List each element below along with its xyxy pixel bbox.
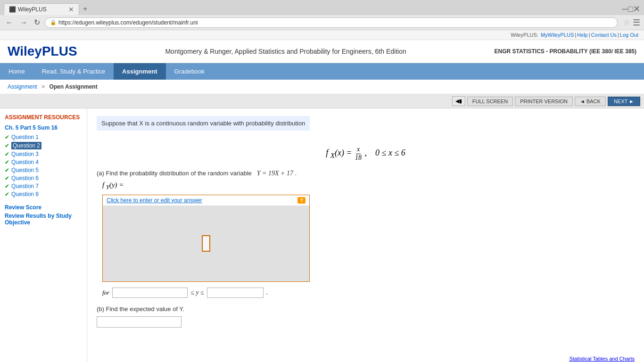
new-tab-button[interactable]: +: [79, 3, 91, 15]
breadcrumb-separator: >: [41, 83, 45, 90]
question-2-link[interactable]: Question 2: [11, 142, 41, 149]
tab-bar: ⬛ WileyPLUS ✕ + ─ □ ✕: [0, 0, 644, 15]
for-label: for: [102, 289, 109, 296]
separator3: |: [618, 32, 619, 38]
full-screen-button[interactable]: FULL SCREEN: [467, 97, 513, 106]
sidebar-links: Review Score Review Results by Study Obj…: [5, 204, 82, 226]
answer-box-header: Click here to enter or edit your answer …: [103, 195, 309, 206]
upper-bound-input[interactable]: [207, 288, 264, 298]
question-1-link[interactable]: Question 1: [11, 134, 39, 140]
forward-button[interactable]: →: [18, 17, 29, 28]
bounds-row: for ≤ y ≤ .: [102, 288, 635, 298]
check-icon-5: ✔: [5, 167, 9, 173]
separator1: |: [575, 32, 576, 38]
denominator: 18: [354, 154, 363, 162]
minimize-button[interactable]: ─: [622, 4, 628, 14]
distribution-text: f X(x) = x 18 , 0 ≤ x ≤ 6: [326, 148, 405, 157]
sidebar-question-4: ✔ Question 4: [5, 159, 82, 165]
help-icon[interactable]: ?: [297, 197, 305, 204]
main-content: Suppose that X is a continuous random va…: [87, 108, 644, 362]
review-results-link[interactable]: Review Results by Study Objective: [5, 213, 82, 226]
answer-editor[interactable]: [103, 206, 309, 281]
url-box[interactable]: 🔒 https://edugen.wileyplus.com/edugen/st…: [45, 17, 618, 28]
sidebar-question-7: ✔ Question 7: [5, 183, 82, 189]
numerator: x: [356, 146, 361, 154]
breadcrumb-parent-link[interactable]: Assignment: [8, 83, 37, 90]
question-6-link[interactable]: Question 6: [11, 175, 39, 181]
answer-box-link[interactable]: Click here to enter or edit your answer: [107, 197, 202, 204]
logo-text: WileyPLUS: [8, 44, 77, 58]
statistical-tables-link[interactable]: Statistical Tables and Charts: [569, 356, 635, 362]
sidebar: ASSIGNMENT RESOURCES Ch. 5 Part 5 Sum 16…: [0, 108, 87, 362]
separator2: |: [589, 32, 590, 38]
nav-bar: Home Read, Study & Practice Assignment G…: [0, 63, 644, 80]
nav-home[interactable]: Home: [0, 63, 33, 80]
part-a-text: (a) Find the probability distribution of…: [97, 170, 252, 177]
my-wileyplus-link[interactable]: MyWileyPLUS: [541, 32, 574, 38]
bookmark-button[interactable]: ☆: [623, 18, 630, 27]
back-nav-button[interactable]: ◄ BACK: [575, 97, 606, 106]
tab-close-button[interactable]: ✕: [68, 6, 74, 13]
printer-version-button[interactable]: PRINTER VERSION: [515, 97, 573, 106]
nav-assignment[interactable]: Assignment: [114, 63, 165, 80]
tab-title: WileyPLUS: [18, 6, 65, 13]
question-5-link[interactable]: Question 5: [11, 167, 39, 173]
nav-read-study[interactable]: Read, Study & Practice: [33, 63, 114, 80]
close-window-button[interactable]: ✕: [633, 4, 640, 14]
help-link[interactable]: Help: [577, 32, 588, 38]
question-8-link[interactable]: Question 8: [11, 191, 39, 197]
answer-box[interactable]: Click here to enter or edit your answer …: [102, 195, 310, 282]
collapse-sidebar-button[interactable]: ◀▮: [452, 96, 465, 106]
back-button[interactable]: ←: [4, 17, 15, 28]
maximize-button[interactable]: □: [628, 4, 633, 14]
reload-button[interactable]: ↻: [32, 17, 42, 28]
part-a-rv: Y = 19X + 17: [257, 170, 293, 177]
check-icon-3: ✔: [5, 151, 9, 157]
part-b-label: (b) Find the expected value of Y.: [97, 305, 635, 313]
review-score-link[interactable]: Review Score: [5, 204, 82, 211]
check-icon-7: ✔: [5, 183, 9, 189]
expected-value-input[interactable]: [97, 316, 182, 328]
sidebar-question-5: ✔ Question 5: [5, 167, 82, 173]
question-intro: Suppose that X is a continuous random va…: [97, 116, 310, 131]
question-4-link[interactable]: Question 4: [11, 159, 39, 165]
sidebar-question-1: ✔ Question 1: [5, 134, 82, 140]
part-a-label: (a) Find the probability distribution of…: [97, 170, 635, 177]
check-icon-8: ✔: [5, 191, 9, 197]
app-top-bar: WileyPLUS: MyWileyPLUS | Help | Contact …: [0, 30, 644, 40]
cursor-box: [202, 235, 210, 252]
sidebar-chapter-link[interactable]: Ch. 5 Part 5 Sum 16: [5, 124, 82, 131]
period-1: .: [266, 289, 268, 296]
nav-gradebook[interactable]: Gradebook: [166, 63, 213, 80]
question-3-link[interactable]: Question 3: [11, 151, 39, 157]
leq-y-leq: ≤ y ≤: [190, 289, 204, 296]
lower-bound-input[interactable]: [112, 288, 188, 298]
log-out-link[interactable]: Log Out: [620, 32, 638, 38]
address-bar: ← → ↻ 🔒 https://edugen.wileyplus.com/edu…: [0, 15, 644, 30]
check-icon-2: ✔: [5, 142, 9, 149]
chrome-menu-button[interactable]: ☰: [633, 17, 640, 28]
part-a-answer-label: f Y(y) =: [102, 181, 635, 191]
part-b: (b) Find the expected value of Y.: [97, 305, 635, 328]
course-title: Montgomery & Runger, Applied Statistics …: [77, 48, 495, 55]
check-icon-1: ✔: [5, 134, 9, 140]
url-text: https://edugen.wileyplus.com/edugen/stud…: [58, 19, 198, 26]
check-icon-4: ✔: [5, 159, 9, 165]
ssl-lock-icon: 🔒: [50, 19, 57, 25]
tab-favicon: ⬛: [9, 6, 16, 13]
app-logo: WileyPLUS: [8, 44, 77, 59]
course-id: ENGR STATISTICS - PROBABILITY (IEE 380/ …: [495, 48, 636, 55]
main-header: WileyPLUS Montgomery & Runger, Applied S…: [0, 40, 644, 63]
math-distribution: f X(x) = x 18 , 0 ≤ x ≤ 6: [97, 146, 635, 162]
active-tab[interactable]: ⬛ WileyPLUS ✕: [4, 3, 79, 15]
sidebar-question-2: ✔ Question 2: [5, 142, 82, 149]
next-nav-button[interactable]: NEXT ►: [608, 97, 640, 106]
sidebar-question-3: ✔ Question 3: [5, 151, 82, 157]
sidebar-question-6: ✔ Question 6: [5, 175, 82, 181]
contact-us-link[interactable]: Contact Us: [591, 32, 617, 38]
question-7-link[interactable]: Question 7: [11, 183, 39, 189]
sidebar-question-8: ✔ Question 8: [5, 191, 82, 197]
check-icon-6: ✔: [5, 175, 9, 181]
browser-chrome: ⬛ WileyPLUS ✕ + ─ □ ✕ ← → ↻ 🔒 https://ed…: [0, 0, 644, 30]
wileyplus-label: WileyPLUS:: [511, 32, 538, 38]
